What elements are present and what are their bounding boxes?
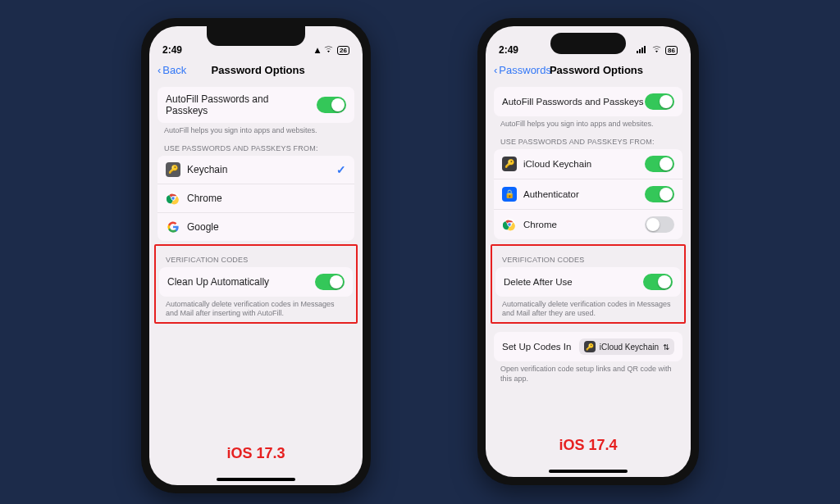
cleanup-toggle[interactable]: [315, 274, 345, 290]
google-icon: [166, 220, 180, 234]
source-authenticator[interactable]: 🔒 Authenticator: [494, 179, 682, 210]
verification-highlight: VERIFICATION CODES Clean Up Automaticall…: [154, 244, 358, 324]
home-indicator[interactable]: [549, 470, 628, 473]
cleanup-toggle-row[interactable]: Clean Up Automatically: [159, 267, 353, 297]
cellular-icon: [637, 44, 648, 56]
autofill-label: AutoFill Passwords and Passkeys: [502, 97, 644, 107]
authenticator-icon: 🔒: [502, 187, 517, 202]
svg-rect-3: [637, 51, 638, 53]
page-title: Password Options: [510, 64, 682, 76]
ios-version-label: iOS 17.3: [149, 445, 363, 462]
chrome-toggle[interactable]: [645, 216, 674, 233]
chrome-icon: [166, 191, 180, 206]
setup-codes-picker[interactable]: 🔑 iCloud Keychain ⇅: [579, 338, 674, 355]
delete-toggle[interactable]: [643, 274, 673, 290]
autofill-toggle-row[interactable]: AutoFill Passwords and Passkeys: [158, 87, 354, 123]
auth-toggle[interactable]: [645, 186, 674, 202]
sources-header: USE PASSWORDS AND PASSKEYS FROM:: [158, 136, 354, 156]
chevron-left-icon: ‹: [158, 64, 161, 76]
setup-footer: Open verification code setup links and Q…: [494, 361, 682, 384]
keychain-icon: 🔑: [502, 157, 517, 171]
source-icloud-keychain[interactable]: 🔑 iCloud Keychain: [494, 149, 682, 179]
chevron-left-icon: ‹: [494, 64, 497, 76]
svg-rect-5: [641, 48, 643, 53]
status-time: 2:49: [499, 44, 540, 56]
signal-icon: ▴: [315, 44, 320, 56]
verification-footer: Automatically delete verification codes …: [159, 297, 353, 319]
keychain-icon: 🔑: [166, 162, 180, 177]
source-google[interactable]: Google: [158, 213, 354, 241]
setup-codes-row[interactable]: Set Up Codes In 🔑 iCloud Keychain ⇅: [494, 332, 682, 361]
checkmark-icon: ✓: [336, 163, 346, 176]
nav-bar: ‹ Passwords Password Options: [486, 57, 691, 82]
autofill-toggle[interactable]: [645, 93, 674, 110]
up-down-icon: ⇅: [663, 343, 669, 352]
phone-ios-17-4: 2:49 86 ‹ Passwords Password Options A: [477, 18, 699, 485]
ios-version-label: iOS 17.4: [486, 437, 691, 454]
autofill-footer: AutoFill helps you sign into apps and we…: [494, 116, 682, 129]
svg-rect-6: [644, 46, 646, 53]
verification-highlight: VERIFICATION CODES Delete After Use Auto…: [491, 244, 686, 324]
sources-header: USE PASSWORDS AND PASSKEYS FROM:: [494, 129, 682, 149]
notch: [207, 26, 305, 46]
page-title: Password Options: [162, 64, 354, 76]
source-chrome[interactable]: Chrome: [158, 184, 354, 213]
home-indicator[interactable]: [217, 478, 295, 481]
dynamic-island: [550, 33, 626, 54]
autofill-toggle-row[interactable]: AutoFill Passwords and Passkeys: [494, 87, 682, 116]
verification-header: VERIFICATION CODES: [495, 247, 681, 267]
battery-level: 26: [337, 46, 349, 55]
keychain-icon: 🔑: [584, 341, 596, 352]
verification-header: VERIFICATION CODES: [159, 247, 353, 267]
chrome-icon: [502, 217, 517, 232]
autofill-toggle[interactable]: [317, 97, 346, 113]
nav-bar: ‹ Back Password Options: [149, 57, 363, 82]
battery-level: 86: [665, 46, 678, 55]
source-chrome[interactable]: Chrome: [494, 210, 682, 239]
autofill-footer: AutoFill helps you sign into apps and we…: [158, 123, 354, 136]
autofill-label: AutoFill Passwords and Passkeys: [166, 93, 297, 116]
svg-rect-4: [639, 49, 641, 53]
icloud-toggle[interactable]: [645, 156, 674, 172]
wifi-icon: [323, 44, 334, 56]
verification-footer: Automatically delete verification codes …: [495, 297, 681, 319]
phone-ios-17-3: 2:49 ▴ 26 ‹ Back Password Options AutoFi…: [141, 18, 371, 493]
source-keychain[interactable]: 🔑 Keychain ✓: [158, 156, 354, 184]
status-time: 2:49: [162, 44, 203, 56]
delete-after-use-row[interactable]: Delete After Use: [495, 267, 681, 297]
wifi-icon: [651, 44, 662, 56]
